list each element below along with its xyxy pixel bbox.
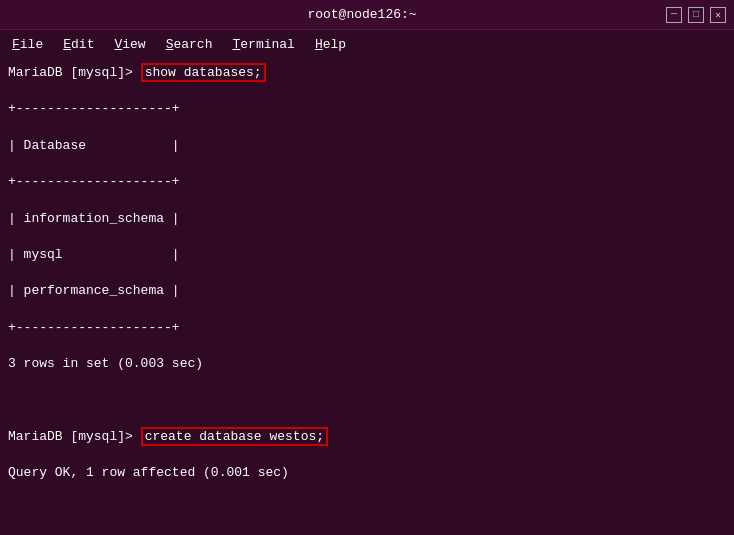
window-controls: ─ □ ✕ <box>666 7 726 23</box>
menu-file[interactable]: File <box>4 35 51 54</box>
menu-edit[interactable]: Edit <box>55 35 102 54</box>
menu-terminal[interactable]: Terminal <box>224 35 302 54</box>
window-title: root@node126:~ <box>58 7 666 22</box>
line-2: +--------------------+ <box>8 100 726 118</box>
close-button[interactable]: ✕ <box>710 7 726 23</box>
title-bar: root@node126:~ ─ □ ✕ <box>0 0 734 30</box>
menu-view[interactable]: View <box>106 35 153 54</box>
line-5: | information_schema | <box>8 210 726 228</box>
maximize-button[interactable]: □ <box>688 7 704 23</box>
line-1: MariaDB [mysql]> show databases; <box>8 64 726 82</box>
line-7: | performance_schema | <box>8 282 726 300</box>
line-13 <box>8 501 726 519</box>
line-8: +--------------------+ <box>8 319 726 337</box>
menu-bar: File Edit View Search Terminal Help <box>0 30 734 58</box>
line-10 <box>8 391 726 409</box>
menu-help[interactable]: Help <box>307 35 354 54</box>
line-12: Query OK, 1 row affected (0.001 sec) <box>8 464 726 482</box>
line-6: | mysql | <box>8 246 726 264</box>
command-highlight-1: show databases; <box>141 63 266 82</box>
minimize-button[interactable]: ─ <box>666 7 682 23</box>
line-4: +--------------------+ <box>8 173 726 191</box>
line-3: | Database | <box>8 137 726 155</box>
line-9: 3 rows in set (0.003 sec) <box>8 355 726 373</box>
menu-search[interactable]: Search <box>158 35 221 54</box>
terminal-output[interactable]: MariaDB [mysql]> show databases; +------… <box>0 58 734 535</box>
line-11: MariaDB [mysql]> create database westos; <box>8 428 726 446</box>
command-highlight-2: create database westos; <box>141 427 328 446</box>
